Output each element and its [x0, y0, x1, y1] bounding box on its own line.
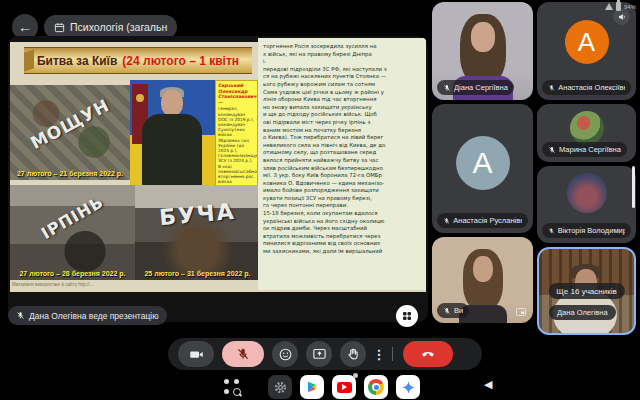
- participant-tile-dana-active-speaker[interactable]: Ще 16 учасників Дана Олегівна: [537, 247, 636, 335]
- participant-tile-anastasiia-o[interactable]: А Анастасія Олексіївна: [537, 2, 636, 100]
- photo-label: МОЩУН: [12, 87, 127, 161]
- caption-body: генерал, командувач ООС (з 2019 р.), ком…: [218, 106, 255, 187]
- present-screen-icon: [312, 347, 327, 362]
- name-pill: Марина Сергіївна: [542, 142, 627, 157]
- chrome-app-icon[interactable]: [364, 375, 388, 399]
- nav-back-icon: ◀: [484, 378, 492, 390]
- caption-title: Сирський Олександр Станіславович —: [218, 83, 255, 105]
- photo-label: БУЧА: [135, 197, 260, 233]
- slide-caption-box: Сирський Олександр Станіславович — генер…: [215, 80, 258, 187]
- smiley-icon: [278, 347, 293, 362]
- presenter-toast-text: Дана Олегівна веде презентацію: [29, 311, 159, 321]
- participants-scrollbar[interactable]: [632, 166, 635, 208]
- speaker-icon: [617, 12, 627, 22]
- slide-source-note: Матеріали використані зі сайту http://…: [12, 282, 94, 287]
- notification-dot: [353, 373, 358, 378]
- gear-icon: [273, 380, 288, 395]
- settings-app-icon[interactable]: [268, 375, 292, 399]
- participant-name: Діана Сергіївна: [454, 83, 508, 92]
- slide-title-dates: (24 лютого – 1 квітн: [122, 54, 239, 68]
- more-participants-button[interactable]: Ще 16 учасників: [548, 283, 624, 299]
- play-triangle-icon: [305, 380, 319, 394]
- mic-off-icon: [548, 146, 556, 154]
- video-camera-icon: [189, 347, 204, 362]
- participant-tile-viktoriia[interactable]: Вікторія Володимирівн: [537, 166, 636, 243]
- avatar-photo: [567, 173, 607, 213]
- slide-portrait-syrskyi: [130, 80, 215, 185]
- participant-name: Анастасія Олексіївна: [558, 83, 625, 92]
- search-icon: [233, 388, 241, 396]
- photo-dates: 25 лютого – 31 березня 2022 р.: [135, 270, 260, 277]
- photo-dates: 27 лютого – 21 березня 2022 р.: [10, 170, 130, 177]
- name-pill: Вікторія Володимирівн: [542, 223, 631, 238]
- camera-button[interactable]: [178, 341, 214, 367]
- mic-off-icon: [548, 227, 555, 235]
- meeting-title: Психологія (загальн: [70, 21, 167, 33]
- slide-photo-moshchun: МОЩУН 27 лютого – 21 березня 2022 р.: [10, 85, 130, 180]
- mic-off-icon: [443, 217, 450, 225]
- presentation-tile[interactable]: Битва за Київ (24 лютого – 1 квітн МОЩУН…: [8, 36, 428, 322]
- participant-name: Марина Сергіївна: [559, 145, 621, 154]
- mic-off-icon: [16, 311, 25, 320]
- video-person-face: [473, 256, 493, 282]
- chrome-logo-icon: [368, 379, 384, 395]
- end-call-icon: [420, 346, 436, 362]
- name-pill: Анастасія Русланівна: [437, 213, 528, 228]
- expand-icon: [401, 310, 413, 322]
- self-view-tile[interactable]: Ви: [432, 237, 533, 323]
- presenter-toast: Дана Олегівна веде презентацію: [8, 306, 167, 325]
- battery-icon: [616, 2, 621, 11]
- participant-tile-anastasiia-r[interactable]: А Анастасія Русланівна: [432, 104, 533, 233]
- back-arrow-icon: ←: [18, 19, 32, 35]
- participant-name: Ви: [454, 306, 463, 315]
- gemini-star-icon: [401, 380, 416, 395]
- gemini-app-icon[interactable]: [396, 375, 420, 399]
- nav-back-button[interactable]: ◀: [484, 378, 492, 391]
- expand-presentation-button[interactable]: [396, 305, 418, 327]
- slide-banner: Битва за Київ (24 лютого – 1 квітн: [24, 47, 252, 74]
- portrait-uniform: [142, 114, 202, 185]
- slide-body-text: торгнення Росія зосередила зусилля на х …: [258, 38, 426, 290]
- android-status-bar: 94%: [605, 2, 636, 11]
- calendar-icon: [54, 22, 65, 33]
- mic-off-icon: [443, 84, 451, 92]
- participant-tile-diana[interactable]: Діана Сергіївна: [432, 2, 533, 100]
- mic-off-icon: [236, 347, 250, 361]
- photo-label: ІРПІНЬ: [14, 185, 132, 257]
- raise-hand-button[interactable]: [340, 341, 366, 367]
- call-controls-toolbar: ⋮: [168, 338, 482, 370]
- video-person-face: [471, 22, 495, 52]
- end-call-button[interactable]: [403, 341, 453, 367]
- photo-dates: 27 лютого – 28 березня 2022 р.: [10, 270, 135, 277]
- mic-off-icon: [443, 307, 451, 315]
- youtube-play-icon: [337, 382, 352, 393]
- more-vert-icon: ⋮: [373, 347, 386, 362]
- name-pill: Діана Сергіївна: [437, 80, 514, 95]
- reactions-button[interactable]: [272, 341, 298, 367]
- files-app-icon[interactable]: [300, 375, 324, 399]
- present-screen-button[interactable]: [306, 341, 332, 367]
- participant-name: Дана Олегівна: [557, 308, 608, 317]
- battery-percent: 94%: [624, 4, 636, 10]
- slide-title: Битва за Київ: [37, 54, 117, 68]
- meet-app-screen: ← Психологія (загальн 94% Битва за Київ …: [0, 0, 640, 400]
- raise-hand-icon: [346, 347, 361, 362]
- portrait-head: [161, 90, 183, 116]
- picture-in-picture-icon[interactable]: [515, 306, 527, 318]
- youtube-app-icon[interactable]: [332, 375, 356, 399]
- more-options-button[interactable]: ⋮: [374, 341, 384, 367]
- participant-name: Анастасія Русланівна: [453, 216, 522, 225]
- name-pill: Ви: [437, 303, 469, 318]
- toolbar-divider: [392, 347, 393, 361]
- participant-tile-maryna[interactable]: Марина Сергіївна: [537, 104, 636, 162]
- avatar: А: [565, 20, 609, 64]
- microphone-muted-button[interactable]: [222, 341, 264, 367]
- mic-off-icon: [548, 84, 555, 92]
- name-pill: Анастасія Олексіївна: [542, 80, 631, 95]
- slide-photo-bucha: БУЧА 25 лютого – 31 березня 2022 р.: [135, 185, 260, 280]
- name-pill: Дана Олегівна: [549, 305, 616, 320]
- avatar-photo: [570, 111, 604, 145]
- wifi-icon: [605, 3, 613, 10]
- more-participants-label: Ще 16 учасників: [556, 287, 616, 296]
- app-drawer-button[interactable]: [224, 379, 242, 397]
